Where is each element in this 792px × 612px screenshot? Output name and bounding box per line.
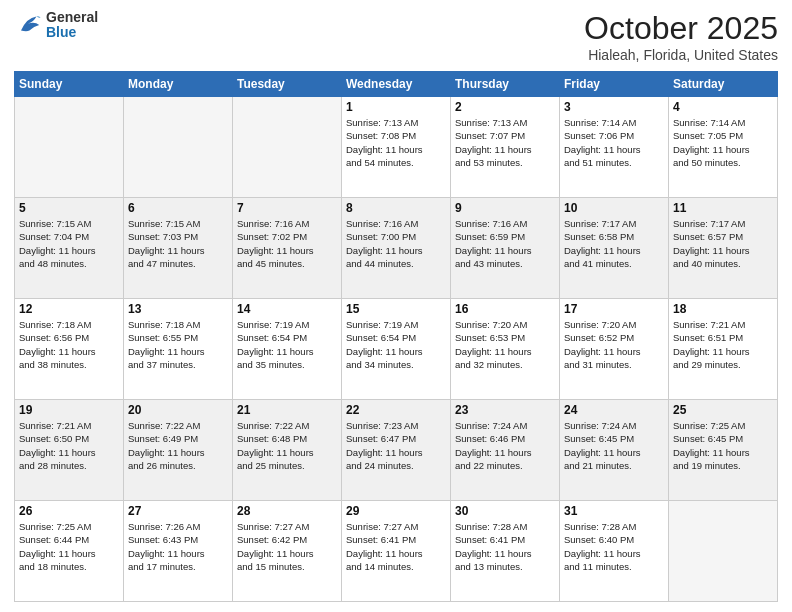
calendar-cell: 1Sunrise: 7:13 AMSunset: 7:08 PMDaylight… <box>342 97 451 198</box>
day-info: Sunrise: 7:13 AMSunset: 7:08 PMDaylight:… <box>346 116 446 169</box>
calendar-cell: 8Sunrise: 7:16 AMSunset: 7:00 PMDaylight… <box>342 198 451 299</box>
calendar-cell: 4Sunrise: 7:14 AMSunset: 7:05 PMDaylight… <box>669 97 778 198</box>
calendar-cell: 17Sunrise: 7:20 AMSunset: 6:52 PMDayligh… <box>560 299 669 400</box>
day-number: 28 <box>237 504 337 518</box>
day-number: 7 <box>237 201 337 215</box>
calendar-cell: 23Sunrise: 7:24 AMSunset: 6:46 PMDayligh… <box>451 400 560 501</box>
day-info: Sunrise: 7:17 AMSunset: 6:57 PMDaylight:… <box>673 217 773 270</box>
calendar-cell: 24Sunrise: 7:24 AMSunset: 6:45 PMDayligh… <box>560 400 669 501</box>
calendar-cell: 2Sunrise: 7:13 AMSunset: 7:07 PMDaylight… <box>451 97 560 198</box>
calendar-cell: 5Sunrise: 7:15 AMSunset: 7:04 PMDaylight… <box>15 198 124 299</box>
day-info: Sunrise: 7:25 AMSunset: 6:44 PMDaylight:… <box>19 520 119 573</box>
location: Hialeah, Florida, United States <box>584 47 778 63</box>
calendar-cell <box>669 501 778 602</box>
day-info: Sunrise: 7:24 AMSunset: 6:45 PMDaylight:… <box>564 419 664 472</box>
calendar-cell <box>233 97 342 198</box>
day-info: Sunrise: 7:26 AMSunset: 6:43 PMDaylight:… <box>128 520 228 573</box>
day-info: Sunrise: 7:22 AMSunset: 6:49 PMDaylight:… <box>128 419 228 472</box>
calendar-cell: 18Sunrise: 7:21 AMSunset: 6:51 PMDayligh… <box>669 299 778 400</box>
day-number: 1 <box>346 100 446 114</box>
day-number: 8 <box>346 201 446 215</box>
calendar-cell: 11Sunrise: 7:17 AMSunset: 6:57 PMDayligh… <box>669 198 778 299</box>
day-info: Sunrise: 7:27 AMSunset: 6:41 PMDaylight:… <box>346 520 446 573</box>
logo-bird-icon <box>14 11 42 39</box>
day-info: Sunrise: 7:16 AMSunset: 6:59 PMDaylight:… <box>455 217 555 270</box>
calendar-cell: 25Sunrise: 7:25 AMSunset: 6:45 PMDayligh… <box>669 400 778 501</box>
weekday-header-sunday: Sunday <box>15 72 124 97</box>
day-info: Sunrise: 7:20 AMSunset: 6:52 PMDaylight:… <box>564 318 664 371</box>
day-number: 3 <box>564 100 664 114</box>
day-info: Sunrise: 7:19 AMSunset: 6:54 PMDaylight:… <box>237 318 337 371</box>
calendar-cell: 22Sunrise: 7:23 AMSunset: 6:47 PMDayligh… <box>342 400 451 501</box>
day-info: Sunrise: 7:20 AMSunset: 6:53 PMDaylight:… <box>455 318 555 371</box>
logo: General Blue <box>14 10 98 41</box>
calendar-week-row: 26Sunrise: 7:25 AMSunset: 6:44 PMDayligh… <box>15 501 778 602</box>
calendar-cell <box>124 97 233 198</box>
day-number: 11 <box>673 201 773 215</box>
logo-blue: Blue <box>46 25 98 40</box>
calendar-cell: 26Sunrise: 7:25 AMSunset: 6:44 PMDayligh… <box>15 501 124 602</box>
calendar-week-row: 1Sunrise: 7:13 AMSunset: 7:08 PMDaylight… <box>15 97 778 198</box>
day-info: Sunrise: 7:27 AMSunset: 6:42 PMDaylight:… <box>237 520 337 573</box>
calendar-cell: 10Sunrise: 7:17 AMSunset: 6:58 PMDayligh… <box>560 198 669 299</box>
day-info: Sunrise: 7:24 AMSunset: 6:46 PMDaylight:… <box>455 419 555 472</box>
calendar-cell: 21Sunrise: 7:22 AMSunset: 6:48 PMDayligh… <box>233 400 342 501</box>
day-info: Sunrise: 7:16 AMSunset: 7:00 PMDaylight:… <box>346 217 446 270</box>
calendar-cell: 14Sunrise: 7:19 AMSunset: 6:54 PMDayligh… <box>233 299 342 400</box>
day-info: Sunrise: 7:15 AMSunset: 7:04 PMDaylight:… <box>19 217 119 270</box>
calendar-cell: 15Sunrise: 7:19 AMSunset: 6:54 PMDayligh… <box>342 299 451 400</box>
calendar-cell: 16Sunrise: 7:20 AMSunset: 6:53 PMDayligh… <box>451 299 560 400</box>
calendar-cell: 29Sunrise: 7:27 AMSunset: 6:41 PMDayligh… <box>342 501 451 602</box>
weekday-header-row: SundayMondayTuesdayWednesdayThursdayFrid… <box>15 72 778 97</box>
day-number: 9 <box>455 201 555 215</box>
day-number: 14 <box>237 302 337 316</box>
calendar-cell: 7Sunrise: 7:16 AMSunset: 7:02 PMDaylight… <box>233 198 342 299</box>
weekday-header-saturday: Saturday <box>669 72 778 97</box>
calendar-cell: 13Sunrise: 7:18 AMSunset: 6:55 PMDayligh… <box>124 299 233 400</box>
calendar-cell: 30Sunrise: 7:28 AMSunset: 6:41 PMDayligh… <box>451 501 560 602</box>
calendar-week-row: 19Sunrise: 7:21 AMSunset: 6:50 PMDayligh… <box>15 400 778 501</box>
day-info: Sunrise: 7:18 AMSunset: 6:56 PMDaylight:… <box>19 318 119 371</box>
day-number: 26 <box>19 504 119 518</box>
day-info: Sunrise: 7:22 AMSunset: 6:48 PMDaylight:… <box>237 419 337 472</box>
day-info: Sunrise: 7:14 AMSunset: 7:05 PMDaylight:… <box>673 116 773 169</box>
calendar-week-row: 5Sunrise: 7:15 AMSunset: 7:04 PMDaylight… <box>15 198 778 299</box>
day-info: Sunrise: 7:15 AMSunset: 7:03 PMDaylight:… <box>128 217 228 270</box>
weekday-header-wednesday: Wednesday <box>342 72 451 97</box>
day-info: Sunrise: 7:17 AMSunset: 6:58 PMDaylight:… <box>564 217 664 270</box>
weekday-header-monday: Monday <box>124 72 233 97</box>
day-number: 31 <box>564 504 664 518</box>
day-number: 18 <box>673 302 773 316</box>
day-info: Sunrise: 7:23 AMSunset: 6:47 PMDaylight:… <box>346 419 446 472</box>
calendar-cell <box>15 97 124 198</box>
day-number: 12 <box>19 302 119 316</box>
day-info: Sunrise: 7:18 AMSunset: 6:55 PMDaylight:… <box>128 318 228 371</box>
day-number: 25 <box>673 403 773 417</box>
day-number: 29 <box>346 504 446 518</box>
page: General Blue October 2025 Hialeah, Flori… <box>0 0 792 612</box>
day-number: 27 <box>128 504 228 518</box>
day-number: 17 <box>564 302 664 316</box>
calendar-cell: 3Sunrise: 7:14 AMSunset: 7:06 PMDaylight… <box>560 97 669 198</box>
day-number: 2 <box>455 100 555 114</box>
calendar-cell: 6Sunrise: 7:15 AMSunset: 7:03 PMDaylight… <box>124 198 233 299</box>
header: General Blue October 2025 Hialeah, Flori… <box>14 10 778 63</box>
day-number: 10 <box>564 201 664 215</box>
day-number: 6 <box>128 201 228 215</box>
calendar-cell: 28Sunrise: 7:27 AMSunset: 6:42 PMDayligh… <box>233 501 342 602</box>
calendar-cell: 20Sunrise: 7:22 AMSunset: 6:49 PMDayligh… <box>124 400 233 501</box>
day-number: 22 <box>346 403 446 417</box>
day-info: Sunrise: 7:28 AMSunset: 6:41 PMDaylight:… <box>455 520 555 573</box>
calendar-cell: 12Sunrise: 7:18 AMSunset: 6:56 PMDayligh… <box>15 299 124 400</box>
day-number: 20 <box>128 403 228 417</box>
day-number: 24 <box>564 403 664 417</box>
day-info: Sunrise: 7:21 AMSunset: 6:51 PMDaylight:… <box>673 318 773 371</box>
calendar-table: SundayMondayTuesdayWednesdayThursdayFrid… <box>14 71 778 602</box>
day-info: Sunrise: 7:13 AMSunset: 7:07 PMDaylight:… <box>455 116 555 169</box>
logo-text: General Blue <box>46 10 98 41</box>
day-number: 19 <box>19 403 119 417</box>
calendar-week-row: 12Sunrise: 7:18 AMSunset: 6:56 PMDayligh… <box>15 299 778 400</box>
day-number: 4 <box>673 100 773 114</box>
month-title: October 2025 <box>584 10 778 47</box>
day-info: Sunrise: 7:28 AMSunset: 6:40 PMDaylight:… <box>564 520 664 573</box>
